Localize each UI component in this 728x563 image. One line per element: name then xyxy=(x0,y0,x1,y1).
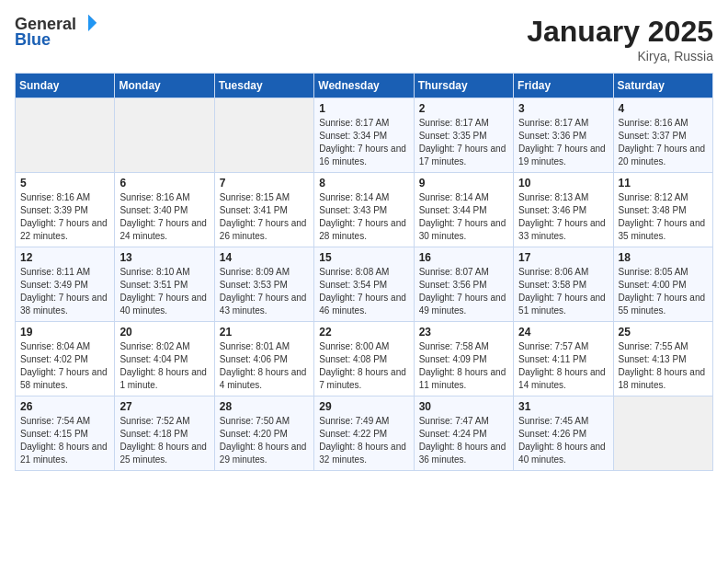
calendar-cell: 11Sunrise: 8:12 AMSunset: 3:48 PMDayligh… xyxy=(613,173,712,247)
calendar-cell: 9Sunrise: 8:14 AMSunset: 3:44 PMDaylight… xyxy=(414,173,513,247)
day-number: 7 xyxy=(220,177,309,190)
day-number: 2 xyxy=(419,102,508,115)
calendar-week-1: 1Sunrise: 8:17 AMSunset: 3:34 PMDaylight… xyxy=(16,98,713,173)
calendar-cell: 18Sunrise: 8:05 AMSunset: 4:00 PMDayligh… xyxy=(613,247,712,322)
title-block: January 2025 Kirya, Russia xyxy=(527,15,713,63)
calendar-cell: 29Sunrise: 7:49 AMSunset: 4:22 PMDayligh… xyxy=(314,396,414,471)
day-number: 13 xyxy=(119,251,209,264)
header-tuesday: Tuesday xyxy=(214,74,313,98)
day-info: Sunrise: 8:09 AMSunset: 3:53 PMDaylight:… xyxy=(220,266,309,317)
day-number: 14 xyxy=(220,251,309,264)
day-info: Sunrise: 7:57 AMSunset: 4:11 PMDaylight:… xyxy=(518,340,608,392)
page-header: General Blue January 2025 Kirya, Russia xyxy=(15,15,713,63)
day-info: Sunrise: 8:06 AMSunset: 3:58 PMDaylight:… xyxy=(518,266,608,317)
day-info: Sunrise: 7:45 AMSunset: 4:26 PMDaylight:… xyxy=(518,415,608,466)
calendar-cell: 6Sunrise: 8:16 AMSunset: 3:40 PMDaylight… xyxy=(115,173,214,247)
day-number: 20 xyxy=(119,326,209,339)
day-number: 25 xyxy=(619,326,708,339)
day-info: Sunrise: 8:07 AMSunset: 3:56 PMDaylight:… xyxy=(419,266,508,317)
calendar-week-4: 19Sunrise: 8:04 AMSunset: 4:02 PMDayligh… xyxy=(16,322,713,396)
calendar-week-3: 12Sunrise: 8:11 AMSunset: 3:49 PMDayligh… xyxy=(16,247,713,322)
day-info: Sunrise: 7:54 AMSunset: 4:15 PMDaylight:… xyxy=(20,415,109,466)
day-number: 17 xyxy=(518,251,608,264)
calendar-cell: 27Sunrise: 7:52 AMSunset: 4:18 PMDayligh… xyxy=(115,396,214,471)
calendar-cell: 31Sunrise: 7:45 AMSunset: 4:26 PMDayligh… xyxy=(514,396,613,471)
calendar-cell: 12Sunrise: 8:11 AMSunset: 3:49 PMDayligh… xyxy=(16,247,115,322)
day-number: 30 xyxy=(419,400,508,413)
calendar-cell: 10Sunrise: 8:13 AMSunset: 3:46 PMDayligh… xyxy=(514,173,613,247)
calendar-cell: 8Sunrise: 8:14 AMSunset: 3:43 PMDaylight… xyxy=(314,173,414,247)
calendar-cell: 20Sunrise: 8:02 AMSunset: 4:04 PMDayligh… xyxy=(115,322,214,396)
day-number: 18 xyxy=(619,251,708,264)
calendar-cell: 17Sunrise: 8:06 AMSunset: 3:58 PMDayligh… xyxy=(514,247,613,322)
day-info: Sunrise: 8:13 AMSunset: 3:46 PMDaylight:… xyxy=(518,191,608,243)
day-info: Sunrise: 7:47 AMSunset: 4:24 PMDaylight:… xyxy=(419,415,508,466)
day-info: Sunrise: 8:02 AMSunset: 4:04 PMDaylight:… xyxy=(119,340,209,392)
calendar-cell: 23Sunrise: 7:58 AMSunset: 4:09 PMDayligh… xyxy=(414,322,513,396)
header-saturday: Saturday xyxy=(613,74,712,98)
day-number: 1 xyxy=(319,102,408,115)
day-number: 24 xyxy=(518,326,608,339)
logo-flag-icon xyxy=(78,13,98,33)
day-number: 10 xyxy=(518,177,608,190)
day-info: Sunrise: 8:01 AMSunset: 4:06 PMDaylight:… xyxy=(220,340,309,392)
calendar-table: SundayMondayTuesdayWednesdayThursdayFrid… xyxy=(15,73,713,471)
day-info: Sunrise: 8:10 AMSunset: 3:51 PMDaylight:… xyxy=(119,266,209,317)
calendar-cell xyxy=(214,98,313,173)
calendar-cell: 13Sunrise: 8:10 AMSunset: 3:51 PMDayligh… xyxy=(115,247,214,322)
day-number: 22 xyxy=(319,326,408,339)
day-info: Sunrise: 8:16 AMSunset: 3:39 PMDaylight:… xyxy=(20,191,109,243)
day-number: 19 xyxy=(20,326,109,339)
day-info: Sunrise: 8:16 AMSunset: 3:37 PMDaylight:… xyxy=(619,117,708,168)
day-number: 23 xyxy=(419,326,508,339)
day-number: 6 xyxy=(119,177,209,190)
calendar-header-row: SundayMondayTuesdayWednesdayThursdayFrid… xyxy=(16,74,713,98)
day-info: Sunrise: 8:04 AMSunset: 4:02 PMDaylight:… xyxy=(20,340,109,392)
day-info: Sunrise: 8:17 AMSunset: 3:34 PMDaylight:… xyxy=(319,117,408,168)
calendar-cell: 5Sunrise: 8:16 AMSunset: 3:39 PMDaylight… xyxy=(16,173,115,247)
calendar-week-5: 26Sunrise: 7:54 AMSunset: 4:15 PMDayligh… xyxy=(16,396,713,471)
day-info: Sunrise: 7:49 AMSunset: 4:22 PMDaylight:… xyxy=(319,415,408,466)
day-number: 5 xyxy=(20,177,109,190)
calendar-cell: 16Sunrise: 8:07 AMSunset: 3:56 PMDayligh… xyxy=(414,247,513,322)
calendar-cell: 26Sunrise: 7:54 AMSunset: 4:15 PMDayligh… xyxy=(16,396,115,471)
day-number: 16 xyxy=(419,251,508,264)
day-info: Sunrise: 8:14 AMSunset: 3:43 PMDaylight:… xyxy=(319,191,408,243)
day-number: 27 xyxy=(119,400,209,413)
calendar-cell: 1Sunrise: 8:17 AMSunset: 3:34 PMDaylight… xyxy=(314,98,414,173)
calendar-cell: 19Sunrise: 8:04 AMSunset: 4:02 PMDayligh… xyxy=(16,322,115,396)
day-number: 26 xyxy=(20,400,109,413)
calendar-week-2: 5Sunrise: 8:16 AMSunset: 3:39 PMDaylight… xyxy=(16,173,713,247)
day-info: Sunrise: 7:58 AMSunset: 4:09 PMDaylight:… xyxy=(419,340,508,392)
day-info: Sunrise: 8:08 AMSunset: 3:54 PMDaylight:… xyxy=(319,266,408,317)
day-info: Sunrise: 7:52 AMSunset: 4:18 PMDaylight:… xyxy=(119,415,209,466)
calendar-cell xyxy=(115,98,214,173)
location: Kirya, Russia xyxy=(527,49,713,63)
header-friday: Friday xyxy=(514,74,613,98)
calendar-cell xyxy=(16,98,115,173)
day-number: 4 xyxy=(619,102,708,115)
day-number: 21 xyxy=(220,326,309,339)
day-info: Sunrise: 8:00 AMSunset: 4:08 PMDaylight:… xyxy=(319,340,408,392)
header-monday: Monday xyxy=(115,74,214,98)
calendar-cell: 24Sunrise: 7:57 AMSunset: 4:11 PMDayligh… xyxy=(514,322,613,396)
day-info: Sunrise: 8:15 AMSunset: 3:41 PMDaylight:… xyxy=(220,191,309,243)
day-number: 15 xyxy=(319,251,408,264)
header-sunday: Sunday xyxy=(16,74,115,98)
day-info: Sunrise: 8:11 AMSunset: 3:49 PMDaylight:… xyxy=(20,266,109,317)
calendar-cell: 2Sunrise: 8:17 AMSunset: 3:35 PMDaylight… xyxy=(414,98,513,173)
day-number: 9 xyxy=(419,177,508,190)
day-info: Sunrise: 8:17 AMSunset: 3:36 PMDaylight:… xyxy=(518,117,608,168)
day-number: 11 xyxy=(619,177,708,190)
month-title: January 2025 xyxy=(527,15,713,49)
calendar-cell: 25Sunrise: 7:55 AMSunset: 4:13 PMDayligh… xyxy=(613,322,712,396)
day-info: Sunrise: 8:17 AMSunset: 3:35 PMDaylight:… xyxy=(419,117,508,168)
logo: General Blue xyxy=(15,15,98,50)
day-info: Sunrise: 8:12 AMSunset: 3:48 PMDaylight:… xyxy=(619,191,708,243)
calendar-cell xyxy=(613,396,712,471)
header-wednesday: Wednesday xyxy=(314,74,414,98)
header-thursday: Thursday xyxy=(414,74,513,98)
day-info: Sunrise: 7:50 AMSunset: 4:20 PMDaylight:… xyxy=(220,415,309,466)
calendar-cell: 7Sunrise: 8:15 AMSunset: 3:41 PMDaylight… xyxy=(214,173,313,247)
day-info: Sunrise: 8:16 AMSunset: 3:40 PMDaylight:… xyxy=(119,191,209,243)
